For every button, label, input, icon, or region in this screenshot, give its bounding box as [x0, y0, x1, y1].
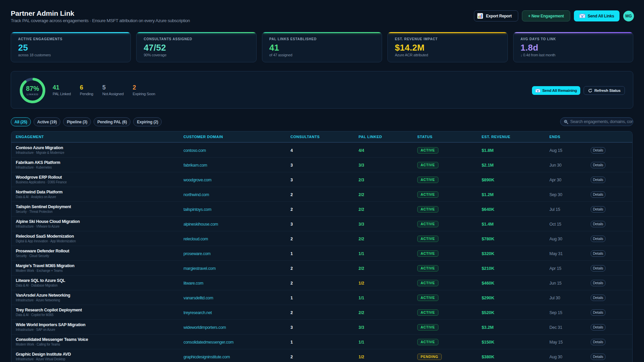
svg-text:E: E: [582, 15, 584, 18]
svg-text:E: E: [537, 89, 539, 92]
